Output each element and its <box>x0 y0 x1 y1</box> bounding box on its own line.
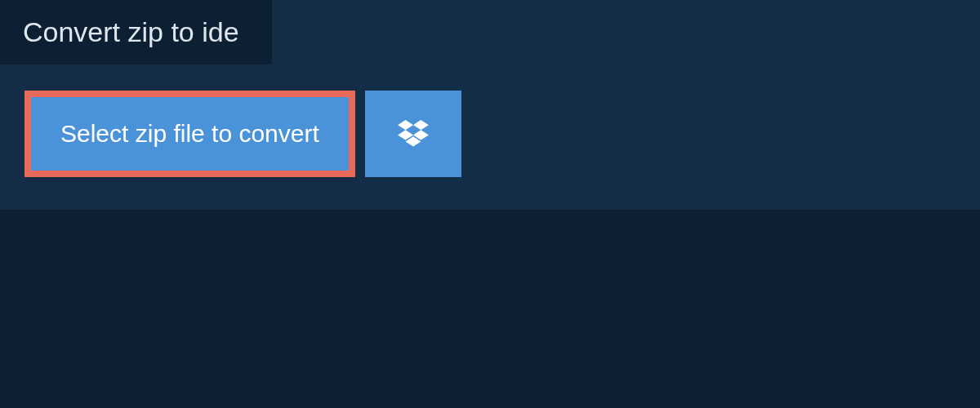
tab-label: Convert zip to ide <box>23 16 239 47</box>
select-file-button-label: Select zip file to convert <box>60 122 319 146</box>
dropbox-icon <box>398 120 429 148</box>
svg-marker-0 <box>398 120 413 130</box>
panel-content: Select zip file to convert <box>0 64 980 210</box>
tab-convert[interactable]: Convert zip to ide <box>0 0 272 64</box>
svg-marker-1 <box>413 120 429 130</box>
button-row: Select zip file to convert <box>24 91 956 177</box>
converter-panel: Convert zip to ide Select zip file to co… <box>0 0 980 210</box>
select-file-button[interactable]: Select zip file to convert <box>24 91 355 177</box>
dropbox-button[interactable] <box>365 91 461 177</box>
